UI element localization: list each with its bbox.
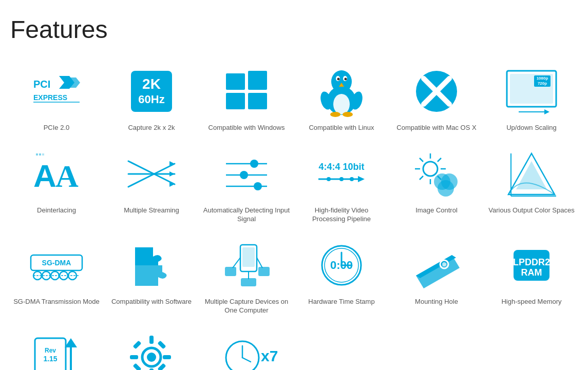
compatibility-label: Compatibility with Software — [111, 298, 192, 306]
svg-text:A: A — [55, 159, 79, 193]
sgdma-icon: SG-DMA — [26, 237, 87, 294]
svg-text:1080p: 1080p — [537, 76, 548, 81]
feature-linux: Compatible with Linux — [295, 59, 388, 137]
autodetect-icon — [216, 146, 277, 202]
svg-line-41 — [128, 174, 154, 187]
svg-text:PCI: PCI — [33, 79, 50, 90]
svg-line-119 — [242, 358, 251, 362]
feature-capture2k: 2K 60Hz Capture 2k x 2k — [105, 59, 198, 137]
colorspaces-icon — [501, 146, 562, 202]
feature-sgdma: SG-DMA SG-DMA Transmission Mode — [10, 233, 103, 319]
timestamp-icon: 0:00 — [311, 237, 372, 294]
svg-rect-109 — [149, 336, 154, 344]
svg-rect-91 — [241, 278, 256, 286]
svg-point-81 — [60, 271, 68, 280]
page-title: Features — [10, 15, 578, 44]
svg-text:A: A — [33, 158, 56, 193]
multistream-label: Multiple Streaming — [124, 206, 179, 215]
svg-text:Rev: Rev — [44, 347, 55, 354]
feature-multicapture: Multiple Capture Devices on One Computer — [200, 233, 293, 319]
sgdma-label: SG-DMA Transmission Mode — [13, 298, 100, 306]
svg-text:SG-DMA: SG-DMA — [42, 259, 71, 267]
highspeed-icon: LPDDR2 RAM — [501, 237, 562, 294]
svg-text:1.15: 1.15 — [43, 355, 57, 363]
svg-text:LPDDR2: LPDDR2 — [513, 257, 550, 267]
svg-rect-9 — [248, 71, 267, 90]
svg-marker-46 — [169, 171, 175, 177]
colorspaces-label: Various Output Color Spaces — [488, 206, 574, 215]
svg-point-108 — [147, 353, 156, 362]
windows-icon — [216, 63, 277, 120]
multicapture-icon — [216, 237, 277, 294]
svg-point-13 — [333, 94, 350, 114]
svg-marker-73 — [516, 161, 547, 189]
svg-point-14 — [331, 70, 352, 93]
svg-rect-88 — [225, 267, 236, 276]
mounting-label: Mounting Hole — [415, 298, 458, 306]
svg-text:RAM: RAM — [521, 267, 542, 278]
svg-rect-8 — [226, 73, 245, 90]
svg-text:2K: 2K — [142, 76, 161, 92]
imagecontrol-icon — [406, 146, 467, 202]
svg-point-71 — [438, 180, 454, 197]
svg-point-53 — [254, 182, 262, 190]
svg-marker-33 — [544, 109, 549, 114]
svg-rect-36 — [36, 153, 38, 155]
features-grid: PCI EXPRESS PCIe 2.0 2K 60Hz Capture 2k … — [10, 59, 578, 370]
feature-continuous: x7 Continuously Work for 24h x7 — [200, 324, 293, 370]
feature-autodetect: Automatically Detecting Input Signal — [200, 142, 293, 228]
svg-point-98 — [442, 262, 446, 266]
multicapture-label: Multiple Capture Devices on One Computer — [203, 298, 290, 315]
deinterlacing-label: Deinterlacing — [37, 206, 76, 215]
feature-commondriver: Common Driver — [105, 324, 198, 370]
svg-text:60Hz: 60Hz — [138, 93, 164, 106]
imagecontrol-label: Image Control — [415, 206, 458, 215]
autodetect-label: Automatically Detecting Input Signal — [203, 206, 290, 224]
svg-rect-85 — [242, 247, 255, 267]
pcie-icon: PCI EXPRESS — [26, 63, 87, 120]
feature-updown: 1080p 720p Up/down Scaling — [485, 59, 578, 137]
commondriver-icon — [121, 328, 182, 370]
svg-text:4:4:4 10bit: 4:4:4 10bit — [318, 162, 364, 172]
svg-point-49 — [250, 160, 258, 168]
svg-point-59 — [350, 177, 354, 181]
svg-line-65 — [420, 158, 423, 162]
svg-marker-56 — [358, 176, 365, 182]
linux-label: Compatible with Linux — [309, 124, 374, 132]
svg-rect-38 — [42, 153, 44, 155]
svg-text:EXPRESS: EXPRESS — [33, 93, 67, 102]
feature-colorspaces: Various Output Color Spaces — [485, 142, 578, 228]
svg-text:x7: x7 — [261, 347, 278, 364]
svg-point-58 — [339, 177, 344, 181]
svg-point-17 — [337, 77, 340, 80]
mounting-icon — [406, 237, 467, 294]
svg-text:720p: 720p — [538, 81, 547, 86]
svg-line-86 — [233, 258, 240, 268]
deinterlacing-icon: A A — [26, 146, 87, 202]
continuous-icon: x7 — [216, 328, 277, 370]
linux-icon — [311, 63, 372, 120]
svg-rect-112 — [163, 355, 171, 359]
feature-pcie: PCI EXPRESS PCIe 2.0 — [10, 59, 103, 137]
svg-rect-113 — [132, 341, 141, 349]
macos-icon — [406, 63, 467, 120]
feature-windows: Compatible with Windows — [200, 59, 293, 137]
svg-point-18 — [345, 77, 347, 80]
capture2k-label: Capture 2k x 2k — [128, 124, 175, 132]
feature-compatibility: Compatibility with Software — [105, 233, 198, 319]
feature-highfidelity: 4:4:4 10bit High-fidelity Video Processi… — [295, 142, 388, 228]
firmware-icon: Rev 1.15 — [26, 328, 87, 370]
svg-line-39 — [128, 161, 154, 174]
windows-label: Compatible with Windows — [208, 124, 285, 132]
svg-line-68 — [420, 176, 423, 180]
compatibility-icon — [121, 237, 182, 294]
svg-point-20 — [330, 112, 340, 117]
svg-rect-89 — [258, 267, 270, 276]
feature-mounting: Mounting Hole — [390, 233, 483, 319]
feature-deinterlacing: A A Deinterlacing — [10, 142, 103, 228]
svg-point-51 — [240, 171, 248, 179]
feature-multistream: Multiple Streaming — [105, 142, 198, 228]
svg-rect-115 — [157, 341, 166, 349]
svg-point-60 — [423, 162, 438, 176]
svg-line-87 — [257, 258, 262, 268]
